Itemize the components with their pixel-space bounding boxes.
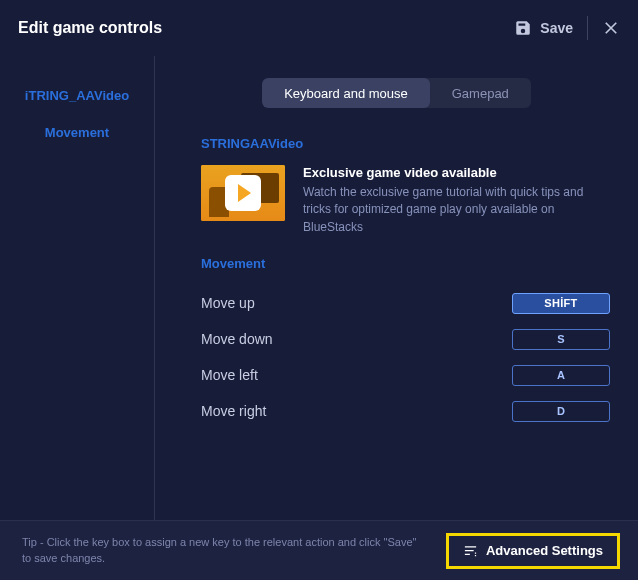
video-title: Exclusive game video available xyxy=(303,165,600,180)
binding-row: Move left A xyxy=(201,357,610,393)
video-thumbnail[interactable] xyxy=(201,165,285,221)
tab-keyboard-mouse[interactable]: Keyboard and mouse xyxy=(262,78,430,108)
movement-section-label: Movement xyxy=(201,256,610,271)
video-description: Watch the exclusive game tutorial with q… xyxy=(303,184,600,236)
save-button[interactable]: Save xyxy=(514,19,573,37)
footer-tip: Tip - Click the key box to assign a new … xyxy=(22,535,422,567)
sidebar-item-video[interactable]: iTRING_AAVideo xyxy=(25,88,129,103)
binding-row: Move right D xyxy=(201,393,610,429)
save-icon xyxy=(514,19,532,37)
page-title: Edit game controls xyxy=(18,19,162,37)
advanced-settings-button[interactable]: Advanced Settings xyxy=(446,533,620,569)
binding-row: Move up SHİFT xyxy=(201,285,610,321)
video-section-label: STRINGAAVideo xyxy=(201,136,610,151)
sidebar: iTRING_AAVideo Movement xyxy=(0,56,155,520)
close-icon xyxy=(602,19,620,37)
bindings-list: Move up SHİFT Move down S Move left A Mo… xyxy=(201,285,610,429)
binding-action-label: Move down xyxy=(201,331,273,347)
key-box-move-up[interactable]: SHİFT xyxy=(512,293,610,314)
binding-row: Move down S xyxy=(201,321,610,357)
sidebar-item-movement[interactable]: Movement xyxy=(45,125,109,140)
play-icon xyxy=(225,175,261,211)
advanced-settings-label: Advanced Settings xyxy=(486,543,603,558)
close-button[interactable] xyxy=(602,19,620,37)
key-box-move-down[interactable]: S xyxy=(512,329,610,350)
tab-group: Keyboard and mouse Gamepad xyxy=(262,78,531,108)
key-box-move-right[interactable]: D xyxy=(512,401,610,422)
header-divider xyxy=(587,16,588,40)
settings-icon xyxy=(463,543,478,558)
binding-action-label: Move left xyxy=(201,367,258,383)
binding-action-label: Move up xyxy=(201,295,255,311)
binding-action-label: Move right xyxy=(201,403,266,419)
save-label: Save xyxy=(540,20,573,36)
tab-gamepad[interactable]: Gamepad xyxy=(430,78,531,108)
key-box-move-left[interactable]: A xyxy=(512,365,610,386)
